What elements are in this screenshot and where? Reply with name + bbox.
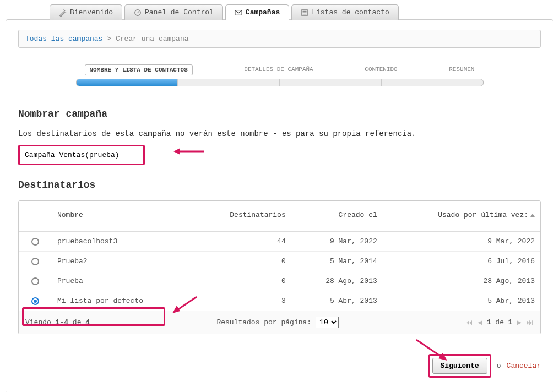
table-footer: Viendo 1-4 de 4 Resultados por página: 1… (19, 311, 540, 334)
highlight-box: Siguiente (428, 354, 491, 378)
tab-label: Campañas (246, 8, 280, 17)
tab-campanas[interactable]: Campañas (225, 4, 289, 20)
sort-asc-icon (530, 214, 535, 217)
col-destinatarios[interactable]: Destinatarios (193, 201, 291, 232)
cell-last-used: 28 Ago, 2013 (383, 271, 540, 291)
cell-recipients: 0 (193, 252, 291, 271)
breadcrumb-separator: > (107, 35, 111, 43)
page-text: 1 de 1 (487, 318, 513, 326)
per-page-control: Resultados por página: 10 (216, 317, 338, 328)
tab-label: Bienvenido (70, 8, 113, 17)
recipients-table: Nombre Destinatarios Creado el Usado por… (19, 201, 540, 311)
cell-name: Prueba2 (52, 252, 193, 271)
cell-name: pruebacolhost3 (52, 232, 193, 252)
cell-last-used: 5 Abr, 2013 (383, 291, 540, 311)
page-first-icon[interactable]: ⏮ (465, 318, 473, 327)
viewing-text: Viendo 1-4 de 4 (25, 318, 90, 326)
breadcrumb: Todas las campañas > Crear una campaña (18, 30, 541, 48)
tab-label: Listas de contacto (312, 8, 389, 17)
table-row[interactable]: Mi lista por defecto35 Abr, 20135 Abr, 2… (19, 291, 540, 311)
col-nombre[interactable]: Nombre (52, 201, 193, 232)
radio-button[interactable] (31, 297, 39, 305)
or-text: o (497, 362, 501, 370)
per-page-label: Resultados por página: (216, 318, 311, 326)
cell-created: 28 Ago, 2013 (291, 271, 383, 291)
tab-bienvenido[interactable]: Bienvenido (50, 4, 122, 20)
page-prev-icon[interactable]: ◀ (477, 318, 482, 327)
wizard-step-1: NOMBRE Y LISTA DE CONTACTOS (85, 64, 193, 75)
recipients-section-title: Destinatarios (18, 179, 541, 190)
table-row[interactable]: pruebacolhost3449 Mar, 20229 Mar, 2022 (19, 232, 540, 252)
mail-icon (235, 9, 242, 17)
gauge-icon (134, 9, 142, 17)
tab-panel-control[interactable]: Panel de Control (124, 4, 223, 20)
name-section-title: Nombrar campaña (18, 108, 541, 119)
recipients-table-wrap: Nombre Destinatarios Creado el Usado por… (18, 200, 541, 334)
breadcrumb-root-link[interactable]: Todas las campañas (25, 35, 102, 43)
cell-created: 9 Mar, 2022 (291, 232, 383, 252)
breadcrumb-current: Crear una campaña (116, 35, 189, 43)
list-icon (301, 9, 308, 17)
radio-button[interactable] (31, 258, 39, 265)
radio-button[interactable] (31, 238, 39, 246)
cell-recipients: 3 (193, 291, 291, 311)
main-panel: Todas las campañas > Crear una campaña N… (6, 19, 553, 392)
col-last-used[interactable]: Usado por última vez: (383, 201, 540, 232)
highlight-box (18, 145, 145, 165)
wizard-step-3: CONTENIDO (365, 64, 397, 75)
table-row[interactable]: Prueba028 Ago, 201328 Ago, 2013 (19, 271, 540, 291)
table-row[interactable]: Prueba205 Mar, 20146 Jul, 2016 (19, 252, 540, 271)
cell-last-used: 9 Mar, 2022 (383, 232, 540, 252)
tab-bar: Bienvenido Panel de Control Campañas Lis… (6, 4, 553, 20)
cell-last-used: 6 Jul, 2016 (383, 252, 540, 271)
cancel-link[interactable]: Cancelar (507, 362, 541, 370)
tab-listas-contacto[interactable]: Listas de contacto (291, 4, 398, 20)
arrow-annotation-icon (172, 145, 205, 158)
cell-name: Mi lista por defecto (52, 291, 193, 311)
wizard-progress-bar (76, 79, 484, 86)
wizard-step-2: DETALLES DE CAMPAÑA (244, 64, 313, 75)
tab-label: Panel de Control (145, 8, 214, 17)
next-button[interactable]: Siguiente (432, 358, 487, 374)
name-section-hint: Los destinatarios de esta campaña no ver… (18, 129, 541, 138)
cell-created: 5 Abr, 2013 (291, 291, 383, 311)
page-last-icon[interactable]: ⏭ (526, 318, 534, 327)
wizard-steps: NOMBRE Y LISTA DE CONTACTOS DETALLES DE … (76, 64, 484, 86)
page-next-icon[interactable]: ▶ (517, 318, 522, 327)
wand-icon (59, 9, 67, 17)
cell-recipients: 0 (193, 271, 291, 291)
cell-created: 5 Mar, 2014 (291, 252, 383, 271)
radio-button[interactable] (31, 277, 39, 285)
wizard-step-4: RESUMEN (449, 64, 474, 75)
per-page-select[interactable]: 10 (316, 317, 339, 328)
cell-recipients: 44 (193, 232, 291, 252)
actions-row: Siguiente o Cancelar (18, 354, 541, 378)
col-creado[interactable]: Creado el (291, 201, 383, 232)
campaign-name-input[interactable] (21, 148, 142, 162)
pager: ⏮ ◀ 1 de 1 ▶ ⏭ (465, 318, 534, 327)
cell-name: Prueba (52, 271, 193, 291)
